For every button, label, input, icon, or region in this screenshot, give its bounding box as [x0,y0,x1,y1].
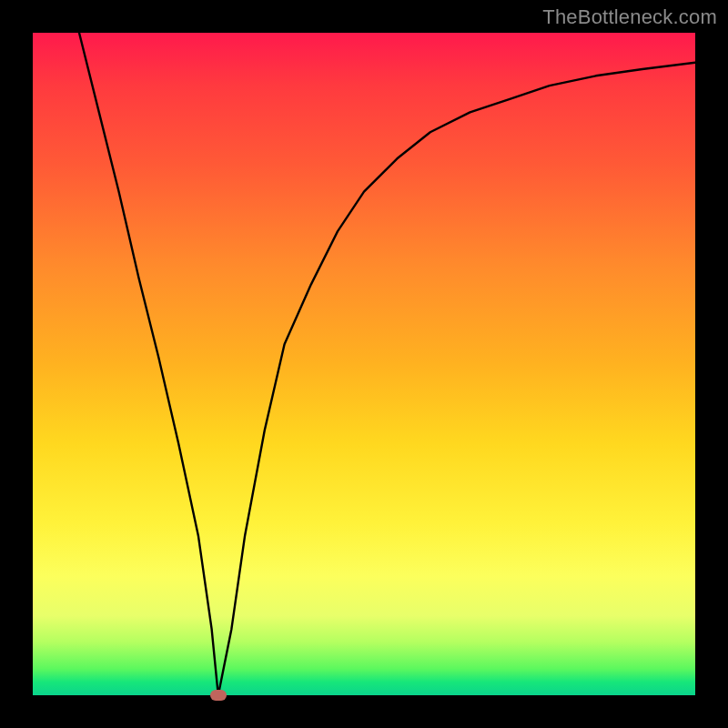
watermark-text: TheBottleneck.com [542,5,717,29]
bottleneck-curve [33,33,695,695]
chart-plot-area [33,33,695,695]
optimal-point-marker [210,690,227,701]
chart-frame: TheBottleneck.com [0,0,728,728]
